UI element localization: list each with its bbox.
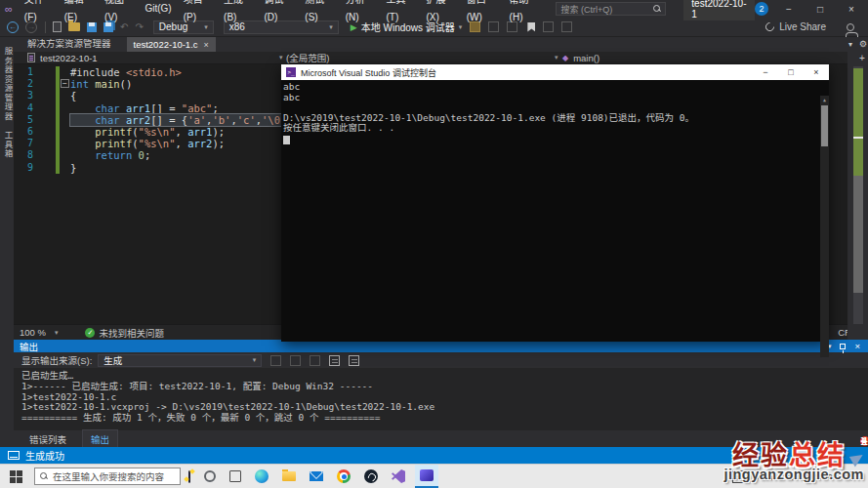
split-window-icon[interactable]: + [859, 53, 865, 63]
chevron-down-icon: ▾ [253, 356, 257, 364]
line-number: 4 [14, 102, 33, 114]
console-line: abc [283, 93, 829, 103]
menu-item[interactable]: Git(G) [139, 0, 177, 18]
browser-app-icon[interactable] [364, 469, 378, 483]
line-number: 7 [14, 138, 33, 149]
menu-item[interactable]: 分析(N) [340, 0, 381, 26]
console-scrollbar-thumb[interactable] [821, 105, 828, 146]
sidebar-vertical-tab[interactable]: 服务器资源管理器 [2, 47, 14, 121]
action-center-icon[interactable] [847, 471, 858, 481]
zoom-dropdown[interactable]: 100 % ▾ [20, 327, 58, 338]
maximize-button[interactable]: □ [809, 4, 831, 15]
file-explorer-icon[interactable] [282, 471, 296, 481]
pin-icon[interactable] [840, 344, 846, 349]
mail-icon[interactable] [310, 471, 323, 481]
goto-next-icon[interactable] [310, 355, 320, 366]
menu-item[interactable]: 调试(D) [258, 0, 299, 26]
live-share-label: Live Share [779, 21, 826, 32]
indent-icon[interactable] [543, 21, 554, 32]
start-button-icon[interactable] [10, 470, 22, 483]
visual-studio-icon[interactable] [392, 469, 405, 483]
minimize-button[interactable]: − [778, 4, 800, 15]
ime-indicator[interactable]: 拼 [732, 470, 745, 483]
account-avatar[interactable]: 2 [755, 2, 768, 16]
console-minimize-button[interactable]: − [753, 67, 778, 77]
menu-item[interactable]: 工具(T) [381, 0, 421, 26]
console-title-bar[interactable]: >_ Microsoft Visual Studio 调试控制台 − □ × [281, 64, 829, 80]
gutter-space [33, 66, 56, 78]
feedback-icon[interactable] [847, 23, 854, 31]
gutter-space [33, 102, 56, 114]
code-token [70, 149, 95, 161]
task-view-icon[interactable] [229, 470, 241, 482]
output-log[interactable]: 已启动生成…1>------ 已启动生成: 项目: test2022-10-1,… [14, 368, 868, 430]
network-icon[interactable] [767, 472, 777, 480]
toggle-word-wrap-icon[interactable] [349, 355, 359, 366]
live-share-button[interactable]: Live Share [765, 21, 868, 32]
tab-document-active[interactable]: test2022-10-1.c × [127, 37, 216, 52]
goto-previous-icon[interactable] [290, 355, 301, 366]
taskbar-search-box[interactable]: 在这里输入你要搜索的内容 [34, 468, 181, 485]
menu-item[interactable]: 文件(F) [19, 0, 59, 26]
menu-item[interactable]: 扩展(X) [420, 0, 460, 26]
menu-item[interactable]: 视图(V) [99, 0, 139, 26]
search-icon [653, 5, 661, 13]
quick-search-box[interactable]: 搜索 (Ctrl+Q) [556, 2, 666, 16]
window-list-chevron-icon[interactable]: ▾ [848, 40, 852, 49]
fold-marker-icon [61, 139, 69, 147]
console-maximize-button[interactable]: □ [778, 67, 804, 77]
code-token: "%s\n" [139, 126, 176, 138]
scrollbar-thumb[interactable] [853, 176, 863, 293]
menu-item[interactable]: 窗口(W) [461, 0, 504, 26]
code-health-indicator[interactable]: ✓ 未找到相关问题 [85, 326, 164, 340]
line-number: 9 [14, 162, 33, 174]
active-app-button[interactable] [415, 465, 438, 488]
tray-expand-icon[interactable]: ∧ [754, 472, 760, 481]
code-token: { [70, 90, 76, 102]
menu-item[interactable]: 测试(S) [299, 0, 339, 26]
debug-console-window[interactable]: >_ Microsoft Visual Studio 调试控制台 − □ × a… [281, 64, 829, 342]
menu-item[interactable]: 生成(B) [218, 0, 258, 26]
menu-item[interactable]: 项目(P) [178, 0, 218, 26]
sidebar-vertical-tab[interactable]: 工具箱 [2, 131, 14, 159]
method-icon: ◆ [562, 54, 568, 62]
menu-item[interactable]: 帮助(H) [504, 0, 545, 26]
edge-icon[interactable] [255, 469, 269, 483]
navigate-back-icon[interactable]: ← [7, 21, 19, 33]
navbar-project[interactable]: test2022-10-1 [40, 53, 98, 63]
panel-tab[interactable]: 输出 [82, 429, 118, 449]
console-close-button[interactable]: × [804, 67, 829, 77]
windows-taskbar: 在这里输入你要搜索的内容 拼 ∧ 2022/10/1 [0, 464, 868, 488]
menu-item[interactable]: 编辑(E) [59, 0, 99, 26]
change-tracking-bar [56, 90, 60, 102]
change-tracking-bar [56, 162, 60, 174]
clear-output-icon[interactable] [329, 355, 340, 366]
tab-solution-explorer[interactable]: 解决方案资源管理器 [14, 36, 119, 52]
panel-tab[interactable]: 错误列表 [21, 430, 74, 448]
gear-icon[interactable]: ⚙ [859, 39, 867, 49]
close-tab-icon[interactable]: × [204, 40, 209, 50]
volume-icon[interactable] [786, 472, 795, 481]
console-title: Microsoft Visual Studio 调试控制台 [301, 66, 436, 79]
comment-icon[interactable] [561, 21, 572, 32]
navbar-member[interactable]: ◆ main() [562, 53, 599, 63]
cortana-icon[interactable] [204, 470, 216, 482]
output-source-dropdown[interactable]: 生成 ▾ [98, 354, 262, 367]
clock-date[interactable]: 2022/10/1 [804, 472, 839, 481]
search-highlight-icon[interactable] [188, 471, 190, 482]
close-panel-icon[interactable]: × [854, 341, 860, 351]
scroll-up-icon[interactable]: ▲ [820, 96, 829, 104]
zoom-value: 100 % [20, 327, 46, 338]
close-button[interactable]: × [841, 4, 862, 15]
console-scrollbar[interactable]: ▲ [820, 96, 829, 357]
chrome-icon[interactable] [337, 469, 351, 483]
code-text: { [70, 90, 76, 102]
fold-marker-icon[interactable]: − [61, 79, 69, 88]
output-line: ========== 生成: 成功 1 个，失败 0 个，最新 0 个，跳过 0… [21, 413, 868, 424]
fold-marker-icon [61, 127, 69, 136]
code-token: 'c' [237, 114, 256, 126]
navbar-scope[interactable]: (全局范围) [286, 51, 329, 64]
find-message-icon[interactable] [270, 355, 281, 366]
editor-scrollbar[interactable] [853, 66, 863, 324]
change-tracking-bar [56, 102, 60, 114]
